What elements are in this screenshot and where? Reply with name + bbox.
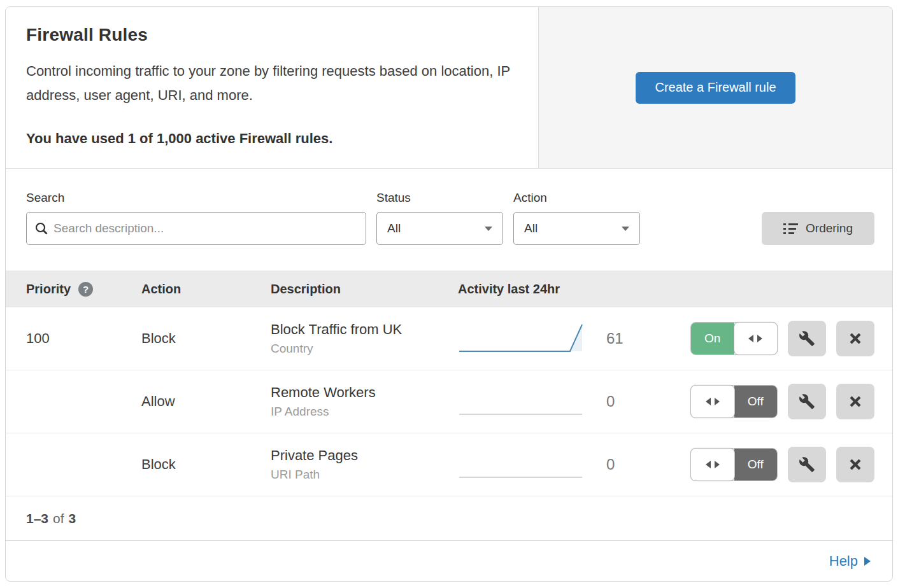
search-icon — [34, 221, 48, 235]
page-description: Control incoming traffic to your zone by… — [26, 59, 518, 108]
toggle-state-label: On — [691, 323, 734, 354]
rule-description: Block Traffic from UK — [271, 321, 458, 338]
status-dropdown-value: All — [387, 221, 401, 235]
rule-action: Block — [141, 456, 271, 473]
search-group: Search — [26, 191, 366, 245]
pagination-total: 3 — [69, 511, 76, 526]
firewall-rules-card: Firewall Rules Control incoming traffic … — [5, 6, 893, 582]
edit-rule-button[interactable] — [788, 321, 826, 356]
arrow-right-icon — [864, 557, 871, 566]
toggle-state-label: Off — [734, 386, 778, 417]
drag-arrows-icon — [734, 322, 778, 355]
activity-sparkline — [458, 382, 588, 421]
search-label: Search — [26, 191, 366, 205]
wrench-icon — [799, 330, 815, 347]
usage-note: You have used 1 of 1,000 active Firewall… — [26, 130, 518, 147]
rule-description-cell: Remote Workers IP Address — [271, 384, 458, 419]
delete-rule-button[interactable] — [836, 384, 874, 419]
wrench-icon — [799, 393, 815, 410]
activity-sparkline — [458, 319, 588, 358]
status-dropdown[interactable]: All — [376, 212, 503, 245]
rule-priority: 100 — [26, 330, 141, 347]
enable-toggle[interactable]: Off — [690, 448, 778, 481]
rule-controls: Off — [668, 384, 892, 419]
close-icon — [848, 394, 863, 409]
table-row: 100 Block Block Traffic from UK Country … — [6, 307, 892, 370]
search-input[interactable] — [53, 221, 358, 235]
table-row: Block Private Pages URI Path 0 Off — [6, 433, 892, 496]
edit-rule-button[interactable] — [788, 447, 826, 482]
rule-description-cell: Private Pages URI Path — [271, 447, 458, 482]
chevron-down-icon — [622, 227, 629, 231]
action-dropdown[interactable]: All — [513, 212, 640, 245]
page-title: Firewall Rules — [26, 25, 518, 45]
help-icon[interactable]: ? — [78, 282, 93, 297]
chevron-down-icon — [485, 227, 492, 231]
close-icon — [848, 331, 863, 346]
rule-action: Block — [141, 330, 271, 347]
rule-description: Remote Workers — [271, 384, 458, 401]
rule-controls: Off — [668, 447, 892, 482]
status-filter-group: Status All — [376, 191, 503, 245]
enable-toggle[interactable]: On — [690, 322, 778, 355]
pagination-bar: 1–3 of 3 — [6, 496, 892, 541]
column-activity: Activity last 24hr — [458, 282, 588, 297]
delete-rule-button[interactable] — [836, 447, 874, 482]
table-row: Allow Remote Workers IP Address 0 Off — [6, 370, 892, 433]
action-label: Action — [513, 191, 640, 205]
rule-controls: On — [668, 321, 892, 356]
rule-match-type: URI Path — [271, 468, 458, 482]
rule-match-type: Country — [271, 342, 458, 356]
help-link[interactable]: Help — [829, 553, 871, 570]
column-description: Description — [271, 282, 458, 297]
ordering-button[interactable]: Ordering — [762, 212, 874, 245]
column-priority: Priority ? — [26, 282, 141, 297]
header-section: Firewall Rules Control incoming traffic … — [6, 7, 892, 169]
rule-match-type: IP Address — [271, 405, 458, 419]
filter-bar: Search Status All Action All — [6, 169, 892, 270]
drag-arrows-icon — [690, 448, 735, 481]
pagination-of: of — [53, 511, 64, 526]
drag-arrows-icon — [690, 385, 735, 418]
column-priority-label: Priority — [26, 282, 71, 297]
action-dropdown-value: All — [524, 221, 538, 235]
wrench-icon — [799, 456, 815, 473]
activity-count: 0 — [588, 393, 668, 410]
activity-count: 61 — [588, 330, 668, 347]
column-action: Action — [141, 282, 271, 297]
table-header-row: Priority ? Action Description Activity l… — [6, 270, 892, 307]
activity-count: 0 — [588, 456, 668, 473]
pagination-range: 1–3 — [26, 511, 48, 526]
rule-description-cell: Block Traffic from UK Country — [271, 321, 458, 356]
close-icon — [848, 457, 863, 472]
enable-toggle[interactable]: Off — [690, 385, 778, 418]
toggle-state-label: Off — [734, 449, 778, 480]
ordering-button-label: Ordering — [806, 221, 853, 235]
action-filter-group: Action All — [513, 191, 640, 245]
rule-action: Allow — [141, 393, 271, 410]
help-bar: Help — [6, 541, 892, 581]
status-label: Status — [376, 191, 503, 205]
edit-rule-button[interactable] — [788, 384, 826, 419]
header-text-panel: Firewall Rules Control incoming traffic … — [6, 7, 538, 168]
ordered-list-icon — [783, 223, 798, 234]
help-link-label: Help — [829, 553, 858, 570]
delete-rule-button[interactable] — [836, 321, 874, 356]
search-box — [26, 212, 366, 245]
activity-sparkline — [458, 445, 588, 484]
create-firewall-rule-button[interactable]: Create a Firewall rule — [636, 72, 795, 104]
table-body: 100 Block Block Traffic from UK Country … — [6, 307, 892, 496]
header-action-panel: Create a Firewall rule — [538, 7, 892, 168]
rule-description: Private Pages — [271, 447, 458, 464]
